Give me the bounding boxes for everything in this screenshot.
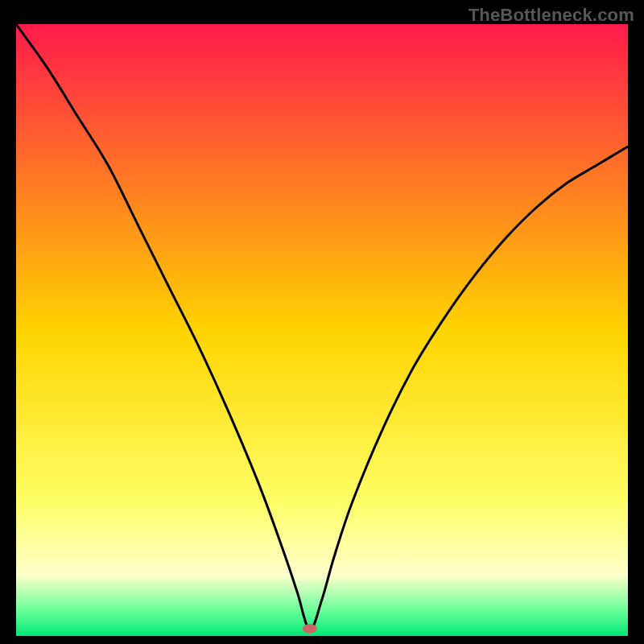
optimal-point-marker: [303, 624, 317, 634]
plot-background: [16, 24, 628, 636]
watermark-text: TheBottleneck.com: [469, 5, 634, 26]
bottleneck-chart: [16, 24, 628, 636]
chart-frame: TheBottleneck.com: [0, 0, 644, 644]
